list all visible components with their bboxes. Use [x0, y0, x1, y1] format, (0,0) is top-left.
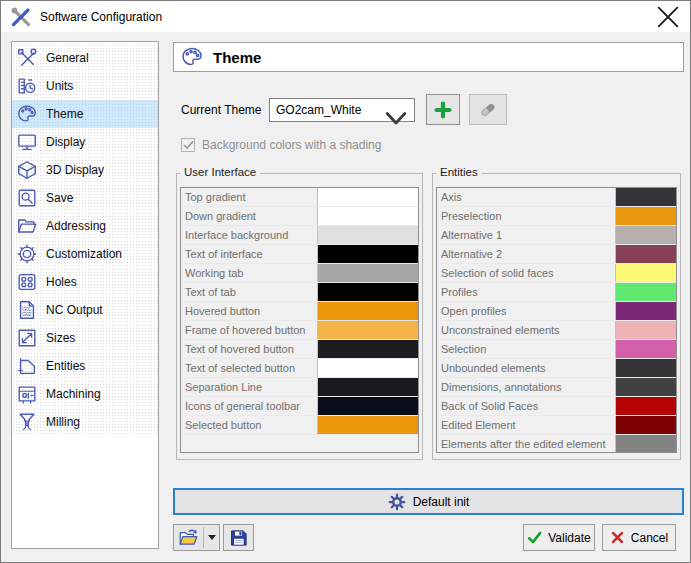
sidebar-item-label: Entities	[46, 359, 85, 373]
cancel-button[interactable]: Cancel	[602, 524, 676, 551]
sidebar-item-save[interactable]: Save	[12, 184, 158, 212]
table-row: Interface background	[181, 226, 418, 245]
color-swatch[interactable]	[318, 321, 418, 339]
table-row: Selection of solid faces	[437, 264, 676, 283]
folder-icon	[16, 215, 38, 237]
checkbox-check-icon	[181, 138, 195, 152]
color-swatch[interactable]	[616, 283, 676, 301]
color-swatch[interactable]	[616, 264, 676, 282]
color-swatch[interactable]	[616, 359, 676, 377]
color-swatch[interactable]	[616, 378, 676, 396]
sidebar-item-nc-output[interactable]: G01G02NC Output	[12, 296, 158, 324]
theme-page: Theme Current Theme GO2cam_White Backgro…	[173, 42, 684, 554]
color-swatch[interactable]	[616, 435, 676, 453]
units-icon	[16, 75, 38, 97]
floppy-icon	[229, 528, 249, 548]
sidebar-item-theme[interactable]: Theme	[12, 100, 158, 128]
sidebar-item-display[interactable]: Display	[12, 128, 158, 156]
sidebar-item-entities[interactable]: Entities	[12, 352, 158, 380]
current-theme-label: Current Theme	[181, 103, 261, 117]
color-swatch[interactable]	[318, 188, 418, 206]
color-row-label: Unbounded elements	[437, 359, 616, 377]
table-row: Edited Element	[437, 416, 676, 435]
color-swatch[interactable]	[616, 188, 676, 206]
table-row: Icons of general toolbar	[181, 397, 418, 416]
svg-text:G02: G02	[22, 312, 31, 317]
default-init-button[interactable]: Default init	[173, 488, 684, 515]
tools-icon	[10, 6, 32, 28]
color-swatch[interactable]	[318, 245, 418, 263]
color-swatch[interactable]	[616, 340, 676, 358]
plus-icon	[433, 100, 453, 120]
sidebar-item-label: Units	[46, 79, 73, 93]
sidebar-item-label: General	[46, 51, 89, 65]
cube-icon	[16, 159, 38, 181]
sidebar-item-sizes[interactable]: Sizes	[12, 324, 158, 352]
table-row: Text of hovered button	[181, 340, 418, 359]
color-row-label: Back of Solid Faces	[437, 397, 616, 415]
table-row: Alternative 2	[437, 245, 676, 264]
current-theme-select[interactable]: GO2cam_White	[269, 98, 415, 122]
sidebar-item-label: Sizes	[46, 331, 75, 345]
color-swatch[interactable]	[318, 378, 418, 396]
open-theme-split-button[interactable]	[173, 524, 220, 551]
color-swatch[interactable]	[616, 245, 676, 263]
close-button[interactable]	[645, 1, 690, 32]
milling-icon	[16, 411, 38, 433]
sidebar-item-machining[interactable]: Machining	[12, 380, 158, 408]
color-swatch[interactable]	[318, 264, 418, 282]
palette-icon	[16, 103, 38, 125]
color-row-label: Separation Line	[181, 378, 318, 396]
color-swatch[interactable]	[318, 207, 418, 225]
current-theme-value: GO2cam_White	[276, 103, 361, 117]
sidebar-item-holes[interactable]: Holes	[12, 268, 158, 296]
color-swatch[interactable]	[616, 397, 676, 415]
table-row: Open profiles	[437, 302, 676, 321]
color-row-label: Frame of hovered button	[181, 321, 318, 339]
color-swatch[interactable]	[318, 302, 418, 320]
color-swatch[interactable]	[616, 321, 676, 339]
color-row-label: Interface background	[181, 226, 318, 244]
monitor-icon	[16, 131, 38, 153]
shading-checkbox-label: Background colors with a shading	[202, 138, 381, 152]
entities-icon	[16, 355, 38, 377]
sidebar-item-3d-display[interactable]: 3D Display	[12, 156, 158, 184]
dropdown-arrow-icon[interactable]	[204, 535, 219, 540]
color-row-label: Text of selected button	[181, 359, 318, 377]
open-folder-icon[interactable]	[174, 527, 204, 548]
shading-checkbox: Background colors with a shading	[181, 138, 381, 152]
table-row: Selection	[437, 340, 676, 359]
sidebar-item-general[interactable]: General	[12, 44, 158, 72]
table-row: Top gradient	[181, 188, 418, 207]
color-swatch[interactable]	[318, 226, 418, 244]
color-swatch[interactable]	[616, 416, 676, 434]
color-row-label: Hovered button	[181, 302, 318, 320]
table-row: Frame of hovered button	[181, 321, 418, 340]
color-swatch[interactable]	[318, 359, 418, 377]
table-row: Separation Line	[181, 378, 418, 397]
sidebar-item-customization[interactable]: Customization	[12, 240, 158, 268]
sidebar-item-milling[interactable]: Milling	[12, 408, 158, 436]
table-row: Text of tab	[181, 283, 418, 302]
x-icon	[610, 530, 625, 545]
sidebar-item-units[interactable]: Units	[12, 72, 158, 100]
color-swatch[interactable]	[616, 302, 676, 320]
color-swatch[interactable]	[616, 207, 676, 225]
save-theme-button[interactable]	[223, 524, 254, 551]
color-row-label: Profiles	[437, 283, 616, 301]
color-swatch[interactable]	[616, 226, 676, 244]
color-swatch[interactable]	[318, 397, 418, 415]
color-swatch[interactable]	[318, 416, 418, 434]
sidebar-item-addressing[interactable]: Addressing	[12, 212, 158, 240]
table-row: Text of interface	[181, 245, 418, 264]
sidebar-item-label: Milling	[46, 415, 80, 429]
init-gear-icon	[388, 493, 406, 511]
color-row-label: Elements after the edited element	[437, 435, 616, 453]
color-swatch[interactable]	[318, 283, 418, 301]
group-title: Entities	[436, 166, 482, 178]
validate-button[interactable]: Validate	[523, 524, 595, 551]
group-user-interface: User Interface Top gradientDown gradient…	[176, 173, 423, 460]
cancel-label: Cancel	[631, 531, 668, 545]
add-theme-button[interactable]	[426, 94, 460, 125]
color-swatch[interactable]	[318, 340, 418, 358]
